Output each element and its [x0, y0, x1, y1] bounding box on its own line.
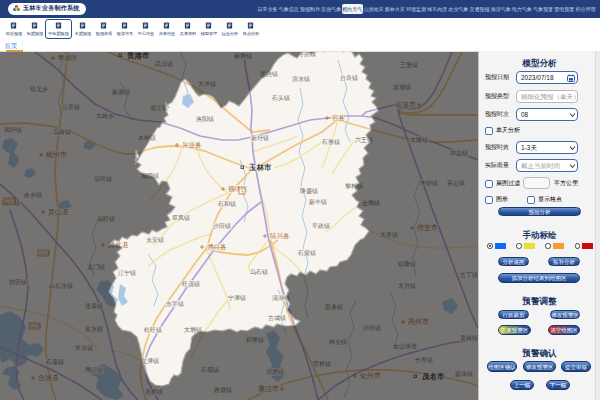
svg-text:石窝镇: 石窝镇	[297, 249, 316, 257]
svg-text:宁潭镇: 宁潭镇	[228, 294, 246, 301]
svg-text:平政镇: 平政镇	[312, 222, 330, 229]
svg-text:博白县: 博白县	[207, 243, 227, 251]
svg-text:江宁镇: 江宁镇	[118, 269, 136, 276]
svg-text:玉林市: 玉林市	[248, 163, 272, 172]
svg-text:松旺镇: 松旺镇	[144, 327, 162, 333]
svg-text:石和镇: 石和镇	[217, 200, 236, 208]
svg-text:石寨镇: 石寨镇	[321, 138, 340, 146]
svg-text:乌石镇: 乌石镇	[250, 268, 268, 276]
svg-text:永安镇: 永安镇	[146, 236, 164, 243]
svg-text:东平镇: 东平镇	[166, 300, 184, 307]
svg-text:玉: 玉	[240, 189, 245, 194]
svg-text:沙田镇: 沙田镇	[212, 223, 231, 230]
svg-text:双凤镇: 双凤镇	[172, 214, 190, 221]
svg-text:旺茂镇: 旺茂镇	[182, 281, 200, 287]
svg-text:隆盛镇: 隆盛镇	[300, 187, 318, 194]
svg-text:兴业县: 兴业县	[182, 141, 202, 149]
svg-text:新丰镇: 新丰镇	[309, 198, 327, 205]
svg-text:新圩镇: 新圩镇	[251, 134, 269, 141]
svg-text:浪水镇: 浪水镇	[292, 75, 310, 82]
svg-text:古城镇: 古城镇	[268, 315, 286, 322]
svg-text:洛阳镇: 洛阳镇	[196, 116, 214, 123]
svg-text:石头镇: 石头镇	[271, 94, 290, 102]
svg-text:自良镇: 自良镇	[340, 74, 358, 82]
svg-text:容县: 容县	[332, 114, 346, 122]
svg-text:陆川县: 陆川县	[270, 232, 290, 239]
